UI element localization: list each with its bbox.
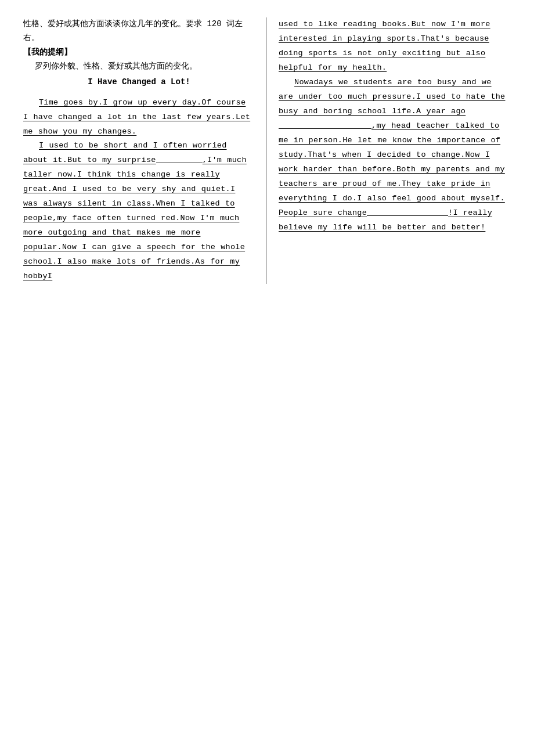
page-container: 性格、爱好或其他方面谈谈你这几年的变化。要求 120 词左右。 【我的提纲】 罗… [0, 0, 534, 301]
blank-1 [156, 163, 203, 163]
essay-title: I Have Changed a Lot! [23, 74, 255, 90]
prompt-text: 性格、爱好或其他方面谈谈你这几年的变化。要求 120 词左右。 [23, 17, 255, 45]
right-essay-body: used to like reading books.But now I'm m… [279, 17, 511, 235]
blank-3 [367, 215, 448, 216]
left-essay-body: Time goes by.I grow up every day.Of cour… [23, 96, 255, 285]
left-column: 性格、爱好或其他方面谈谈你这几年的变化。要求 120 词左右。 【我的提纲】 罗… [23, 17, 267, 284]
right-column: used to like reading books.But now I'm m… [267, 17, 511, 284]
right-para-1: used to like reading books.But now I'm m… [279, 17, 511, 75]
left-para-2: I used to be short and I often worried a… [23, 139, 255, 284]
outline-content: 罗列你外貌、性格、爱好或其他方面的变化。 [35, 60, 255, 74]
right-para-2: Nowadays we students are too busy and we… [279, 75, 511, 206]
left-para-1: Time goes by.I grow up every day.Of cour… [23, 96, 255, 139]
blank-2 [279, 128, 371, 129]
right-para-3: People sure change!I really believe my l… [279, 206, 511, 235]
outline-label: 【我的提纲】 [23, 45, 255, 60]
prompt-section: 性格、爱好或其他方面谈谈你这几年的变化。要求 120 词左右。 【我的提纲】 罗… [23, 17, 255, 90]
